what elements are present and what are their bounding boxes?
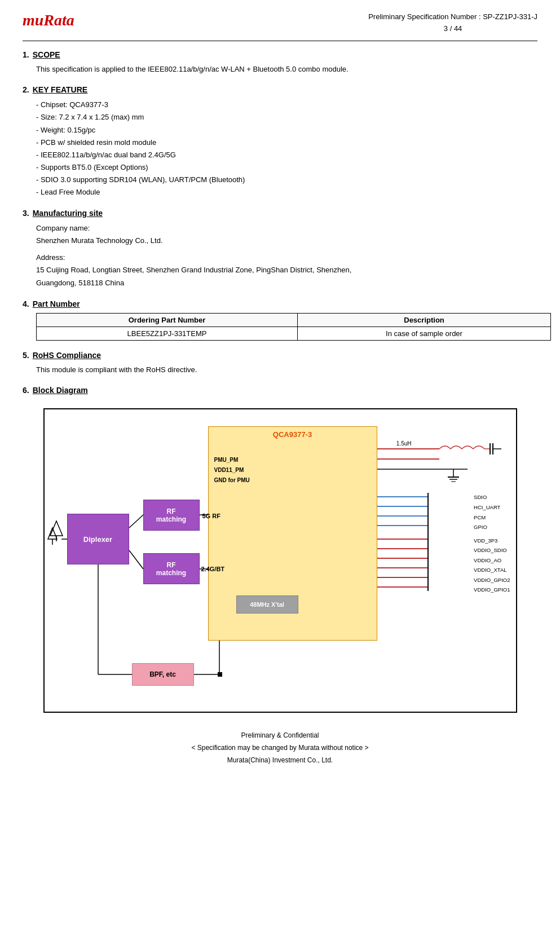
- pn-number: 4.: [23, 299, 29, 308]
- address-line2: Guangdong, 518118 China: [36, 277, 537, 289]
- scope-body: This specification is applied to the IEE…: [36, 64, 537, 76]
- signal-vddio-sdio: VDDIO_SDIO: [474, 545, 510, 555]
- spec-number-block: Preliminary Specification Number : SP-ZZ…: [368, 11, 537, 35]
- signal-vddio-xtal: VDDIO_XTAL: [474, 565, 510, 575]
- kf-title: KEY FEATURE: [33, 85, 88, 94]
- address-label: Address:: [36, 251, 537, 264]
- diplexer-box: Diplexer: [67, 514, 129, 564]
- footer-line1: Preliminary & Confidential: [23, 730, 537, 742]
- signal-sdio: SDIO: [474, 492, 510, 502]
- bpf-label: BPF, etc: [149, 670, 176, 678]
- section-manufacturing: 3. Manufacturing site Company name: Shen…: [23, 209, 537, 289]
- list-item: - IEEE802.11a/b/g/n/ac dual band 2.4G/5G: [36, 149, 537, 161]
- list-item: - Weight: 0.15g/pc: [36, 124, 537, 136]
- description-cell: In case of sample order: [298, 326, 551, 340]
- xtal-label: 48MHz X'tal: [250, 601, 284, 608]
- address-line1: 15 Cuijing Road, Longtian Street, Shenzh…: [36, 264, 537, 276]
- inductor-label: 1.5uH: [396, 440, 412, 447]
- signal-pcm: PCM: [474, 513, 510, 523]
- signal-vddio-gpio2: VDDIO_GPIO2: [474, 575, 510, 585]
- pn-title: Part Number: [33, 299, 80, 308]
- block-diagram: QCA9377-3 PMU_PM VDD11_PM GND for PMU RF…: [43, 408, 517, 713]
- page-header: muRata Preliminary Specification Number …: [23, 11, 537, 35]
- right-signals-top: SDIO HCI_UART PCM GPIO VDD_3P3 VDDIO_SDI…: [474, 492, 510, 595]
- mfg-title: Manufacturing site: [33, 209, 103, 218]
- kf-list: - Chipset: QCA9377-3 - Size: 7.2 x 7.4 x…: [36, 99, 537, 198]
- part-number-table: Ordering Part Number Description LBEE5ZZ…: [36, 313, 551, 341]
- signal-vddio-ao: VDDIO_AO: [474, 555, 510, 566]
- bd-number: 6.: [23, 386, 29, 395]
- spec-number: Preliminary Specification Number : SP-ZZ…: [368, 11, 537, 23]
- page-number: 3 / 44: [368, 23, 537, 35]
- signal-vdd-3p3: VDD_3P3: [474, 536, 510, 546]
- antenna-svg: [48, 520, 65, 542]
- scope-number: 1.: [23, 50, 29, 59]
- signal-pmu-pm: PMU_PM: [214, 455, 250, 465]
- bd-title: Block Diagram: [33, 386, 88, 395]
- mfg-details: Company name: Shenzhen Murata Technology…: [36, 222, 537, 289]
- qca-label: QCA9377-3: [209, 427, 377, 439]
- rohs-number: 5.: [23, 351, 29, 360]
- footer-line2: < Specification may be changed by Murata…: [23, 742, 537, 754]
- label-24g-bt: 2.4G/BT: [201, 566, 225, 572]
- svg-line-3: [129, 515, 143, 528]
- list-item: - Supports BT5.0 (Except Options): [36, 161, 537, 174]
- mfg-number: 3.: [23, 209, 29, 218]
- page-footer: Preliminary & Confidential < Specificati…: [23, 730, 537, 766]
- scope-title: SCOPE: [33, 50, 60, 59]
- section-block-diagram: 6. Block Diagram: [23, 386, 537, 713]
- table-col-part: Ordering Part Number: [37, 313, 298, 326]
- section-key-feature: 2. KEY FEATURE - Chipset: QCA9377-3 - Si…: [23, 85, 537, 198]
- part-number-cell: LBEE5ZZ1PJ-331TEMP: [37, 326, 298, 340]
- svg-line-4: [129, 550, 143, 569]
- rf-matching-bottom: RFmatching: [143, 553, 200, 584]
- list-item: - Size: 7.2 x 7.4 x 1.25 (max) mm: [36, 111, 537, 123]
- table-row: LBEE5ZZ1PJ-331TEMP In case of sample ord…: [37, 326, 551, 340]
- section-rohs: 5. RoHS Compliance This module is compli…: [23, 351, 537, 376]
- qca-top-signals: PMU_PM VDD11_PM GND for PMU: [214, 455, 250, 486]
- section-scope: 1. SCOPE This specification is applied t…: [23, 50, 537, 76]
- header-divider: [23, 41, 537, 41]
- footer-line3: Murata(China) Investment Co., Ltd.: [23, 754, 537, 767]
- signal-gpio: GPIO: [474, 522, 510, 532]
- xtal-box: 48MHz X'tal: [236, 595, 298, 614]
- signal-vdd11-pm: VDD11_PM: [214, 465, 250, 475]
- company-name: Shenzhen Murata Technology Co., Ltd.: [36, 235, 537, 247]
- rohs-body: This module is compliant with the RoHS d…: [36, 364, 537, 376]
- table-col-desc: Description: [298, 313, 551, 326]
- block-diagram-container: QCA9377-3 PMU_PM VDD11_PM GND for PMU RF…: [23, 408, 537, 713]
- signal-vddio-gpio1: VDDIO_GPIO1: [474, 585, 510, 595]
- list-item: - PCB w/ shielded resin mold module: [36, 136, 537, 149]
- label-5g-rf: 5G RF: [202, 513, 221, 519]
- diplexer-label: Diplexer: [83, 535, 112, 544]
- rf-matching-top: RFmatching: [143, 500, 200, 531]
- svg-marker-36: [50, 521, 63, 536]
- logo: muRata: [23, 11, 96, 29]
- signal-hci-uart: HCI_UART: [474, 502, 510, 513]
- section-part-number: 4. Part Number Ordering Part Number Desc…: [23, 299, 537, 341]
- rohs-title: RoHS Compliance: [33, 351, 101, 360]
- kf-number: 2.: [23, 85, 29, 94]
- company-label: Company name:: [36, 222, 537, 235]
- list-item: - SDIO 3.0 supporting SDR104 (WLAN), UAR…: [36, 174, 537, 186]
- svg-rect-35: [218, 672, 222, 677]
- bpf-box: BPF, etc: [132, 663, 194, 686]
- list-item: - Chipset: QCA9377-3: [36, 99, 537, 111]
- signal-gnd-pmu: GND for PMU: [214, 475, 250, 486]
- antenna-symbol: [48, 520, 65, 544]
- list-item: - Lead Free Module: [36, 186, 537, 198]
